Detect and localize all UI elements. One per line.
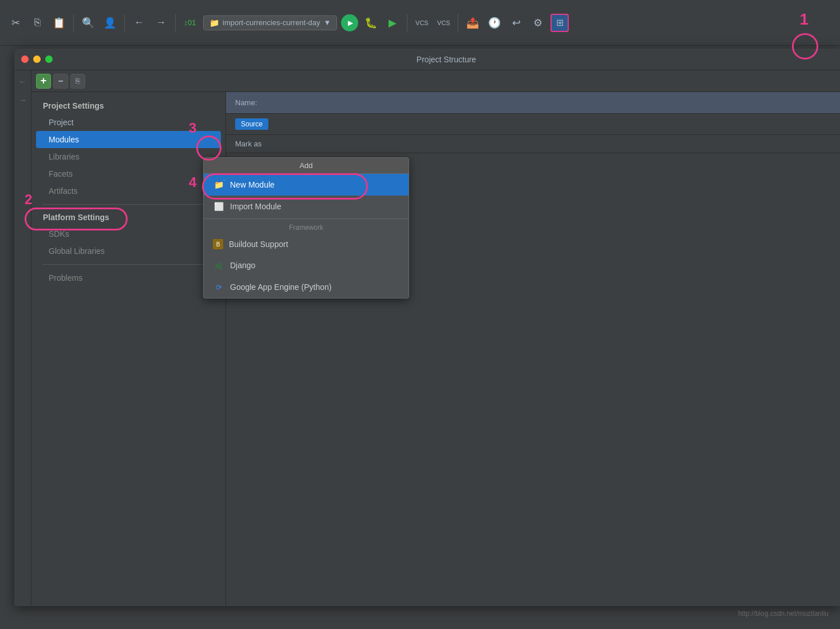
inner-toolbar: + − ⎘ — [31, 70, 840, 92]
vcs2-icon[interactable]: VCS — [434, 14, 453, 32]
nav-modules[interactable]: Modules — [36, 131, 221, 148]
sep2 — [124, 14, 125, 31]
paste-icon[interactable]: 📋 — [50, 14, 68, 32]
django-label: Django — [230, 261, 255, 270]
copy-icon[interactable]: ⎘ — [28, 14, 46, 32]
branch-selector[interactable]: 📁 import-currencies-current-day ▼ — [203, 15, 337, 30]
buildout-icon: B — [213, 239, 223, 249]
add-dropdown: Add 📁+ New Module ⬜ Import Module Framew… — [203, 157, 409, 298]
add-button[interactable]: + — [36, 74, 51, 89]
maximize-button[interactable] — [45, 55, 53, 63]
new-module-icon: 📁+ — [213, 179, 224, 190]
dropdown-header: Add — [204, 158, 409, 174]
copy-module-button[interactable]: ⎘ — [70, 74, 85, 89]
gae-label: Google App Engine (Python) — [230, 282, 331, 292]
back-nav-icon[interactable]: ← — [16, 75, 30, 89]
separator2 — [43, 264, 214, 265]
watermark: http://blog.csdn.net/muzilanliu — [738, 610, 829, 618]
separator — [43, 204, 214, 205]
source-button[interactable]: Source — [235, 118, 268, 130]
sep1 — [73, 14, 74, 31]
left-settings-panel: Project Settings Project Modules Librari… — [31, 92, 226, 606]
forward-icon[interactable]: → — [152, 14, 170, 32]
project-settings-label: Project Settings — [31, 98, 225, 114]
nav-artifacts[interactable]: Artifacts — [31, 182, 225, 200]
settings-icon[interactable]: ⚙ — [529, 14, 547, 32]
window-title: Project Structure — [60, 55, 833, 64]
vcs-icon[interactable]: VCS — [413, 14, 431, 32]
gae-item[interactable]: ⟳ Google App Engine (Python) — [204, 276, 409, 298]
content-area: + − ⎘ Project Settings Project Modules L… — [31, 70, 840, 606]
two-panel: Project Settings Project Modules Librari… — [31, 92, 840, 606]
run-button[interactable] — [341, 14, 358, 31]
nav-libraries[interactable]: Libraries — [31, 148, 225, 165]
clock-icon[interactable]: 🕐 — [485, 14, 504, 32]
django-item[interactable]: dj Django — [204, 254, 409, 276]
debug-icon[interactable]: 🐛 — [362, 14, 380, 32]
nav-sdks[interactable]: SDKs — [31, 225, 225, 242]
nav-project[interactable]: Project — [31, 114, 225, 131]
import-module-label: Import Module — [230, 202, 281, 211]
deploy-icon[interactable]: 📤 — [463, 14, 482, 32]
nav-global-libraries[interactable]: Global Libraries — [31, 242, 225, 260]
nav-problems[interactable]: Problems — [31, 269, 225, 286]
cut-icon[interactable]: ✂ — [6, 14, 25, 32]
back-icon[interactable]: ← — [130, 14, 148, 32]
new-module-item[interactable]: 📁+ New Module — [204, 174, 409, 196]
window-controls — [21, 55, 53, 63]
framework-label: Framework — [204, 220, 409, 234]
platform-settings-label: Platform Settings — [31, 209, 225, 225]
project-structure-window: Project Structure ← → + − ⎘ Project Sett… — [14, 49, 840, 606]
nav-facets[interactable]: Facets — [31, 165, 225, 182]
inner-layout: ← → + − ⎘ Project Settings Project Modul… — [14, 70, 840, 606]
dropdown-menu: Add 📁+ New Module ⬜ Import Module Framew… — [203, 157, 409, 298]
main-toolbar: ✂ ⎘ 📋 🔍 👤 ← → ↕01 📁 import-currencies-cu… — [0, 0, 840, 46]
sep4 — [407, 14, 407, 31]
left-sidebar: ← → — [14, 70, 31, 606]
sep3 — [175, 14, 176, 31]
dropdown-sep — [204, 218, 409, 219]
django-icon: dj — [213, 260, 224, 271]
mark-as-row: Source — [226, 114, 840, 135]
coverage-icon[interactable]: ▶ — [383, 14, 402, 32]
import-module-icon: ⬜ — [213, 201, 224, 212]
window-titlebar: Project Structure — [14, 49, 840, 70]
remove-button[interactable]: − — [53, 74, 68, 89]
new-module-label: New Module — [230, 180, 275, 189]
buildout-label: Buildout Support — [229, 240, 288, 249]
minimize-button[interactable] — [33, 55, 41, 63]
sort-icon[interactable]: ↕01 — [181, 14, 199, 32]
undo-icon[interactable]: ↩ — [507, 14, 525, 32]
sep5 — [458, 14, 458, 31]
name-label: Name: — [235, 98, 257, 107]
close-button[interactable] — [21, 55, 29, 63]
find-icon[interactable]: 🔍 — [79, 14, 97, 32]
import-module-item[interactable]: ⬜ Import Module — [204, 196, 409, 217]
mark-as-label: Mark as — [235, 140, 261, 148]
find-usages-icon[interactable]: 👤 — [101, 14, 119, 32]
right-panel-header: Name: — [226, 92, 840, 114]
gae-icon: ⟳ — [213, 281, 224, 293]
forward-nav-icon[interactable]: → — [16, 93, 30, 107]
buildout-item[interactable]: B Buildout Support — [204, 234, 409, 254]
mark-label-row: Mark as — [226, 135, 840, 153]
project-structure-icon[interactable]: ⊞ — [550, 14, 569, 32]
